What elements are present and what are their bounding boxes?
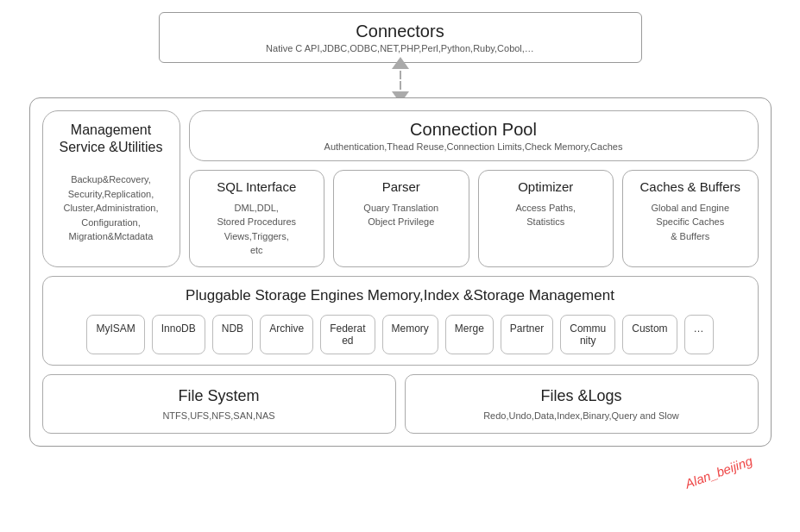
engine-myisam: MyISAM — [86, 315, 144, 354]
engine-more: … — [684, 315, 714, 354]
files-logs-subtitle: Redo,Undo,Data,Index,Binary,Query and Sl… — [419, 410, 744, 421]
optimizer-content: Access Paths,Statistics — [486, 201, 607, 229]
files-logs-box: Files &Logs Redo,Undo,Data,Index,Binary,… — [405, 374, 759, 434]
optimizer-title: Optimizer — [486, 179, 607, 194]
parser-box: Parser Quary TranslationObject Privilege — [333, 170, 469, 267]
engine-innodb: InnoDB — [152, 315, 205, 354]
arrow-line-top — [400, 71, 401, 79]
connectors-subtitle: Native C API,JDBC,ODBC,NET,PHP,Perl,Pyth… — [177, 43, 624, 53]
sql-interface-content: DML,DDL,Stored ProceduresViews,Triggers,… — [197, 201, 318, 258]
management-box: Management Service &Utilities Backup&Rec… — [42, 110, 180, 267]
bottom-row: File System NTFS,UFS,NFS,SAN,NAS Files &… — [42, 374, 759, 434]
engine-ndb: NDB — [212, 315, 253, 354]
caches-buffers-content: Global and EngineSpecific Caches& Buffer… — [630, 201, 751, 244]
parser-content: Quary TranslationObject Privilege — [341, 201, 462, 229]
engine-archive: Archive — [260, 315, 313, 354]
file-system-box: File System NTFS,UFS,NFS,SAN,NAS — [42, 374, 396, 434]
storage-title: Pluggable Storage Engines Memory,Index &… — [54, 287, 747, 304]
storage-engines-row: MyISAM InnoDB NDB Archive Federated Memo… — [54, 315, 747, 354]
sub-boxes-row: SQL Interface DML,DDL,Stored ProceduresV… — [189, 170, 759, 267]
engine-federated: Federated — [320, 315, 375, 354]
engine-partner: Partner — [501, 315, 553, 354]
caches-buffers-box: Caches & Buffers Global and EngineSpecif… — [622, 170, 759, 267]
watermark: Alan_beijing — [683, 453, 754, 491]
sql-interface-title: SQL Interface — [197, 179, 318, 194]
connection-pool-box: Connection Pool Authentication,Thead Reu… — [189, 110, 759, 161]
engine-merge: Merge — [445, 315, 494, 354]
management-details: Backup&Recovery,Security,Replication,Clu… — [63, 172, 158, 244]
connectors-box: Connectors Native C API,JDBC,ODBC,NET,PH… — [159, 12, 642, 63]
storage-section: Pluggable Storage Engines Memory,Index &… — [42, 276, 759, 366]
double-arrow-icon — [392, 57, 409, 103]
main-box: Management Service &Utilities Backup&Rec… — [29, 97, 772, 447]
arrow-connector — [392, 63, 409, 97]
right-section: Connection Pool Authentication,Thead Reu… — [189, 110, 759, 267]
sql-interface-box: SQL Interface DML,DDL,Stored ProceduresV… — [189, 170, 325, 267]
connection-pool-subtitle: Authentication,Thead Reuse,Connection Li… — [207, 141, 740, 152]
management-title: Management Service &Utilities — [52, 122, 171, 158]
parser-title: Parser — [341, 179, 462, 194]
file-system-subtitle: NTFS,UFS,NFS,SAN,NAS — [57, 410, 381, 421]
optimizer-box: Optimizer Access Paths,Statistics — [478, 170, 614, 267]
file-system-title: File System — [57, 387, 381, 405]
engine-memory: Memory — [382, 315, 438, 354]
top-row: Management Service &Utilities Backup&Rec… — [42, 110, 759, 267]
connectors-title: Connectors — [177, 22, 624, 41]
engine-custom: Custom — [622, 315, 677, 354]
arrow-up-icon — [392, 57, 409, 69]
connection-pool-title: Connection Pool — [207, 120, 740, 140]
arrow-line-bottom — [400, 81, 401, 90]
engine-community: Community — [560, 315, 615, 354]
caches-buffers-title: Caches & Buffers — [630, 179, 751, 194]
files-logs-title: Files &Logs — [419, 387, 744, 405]
